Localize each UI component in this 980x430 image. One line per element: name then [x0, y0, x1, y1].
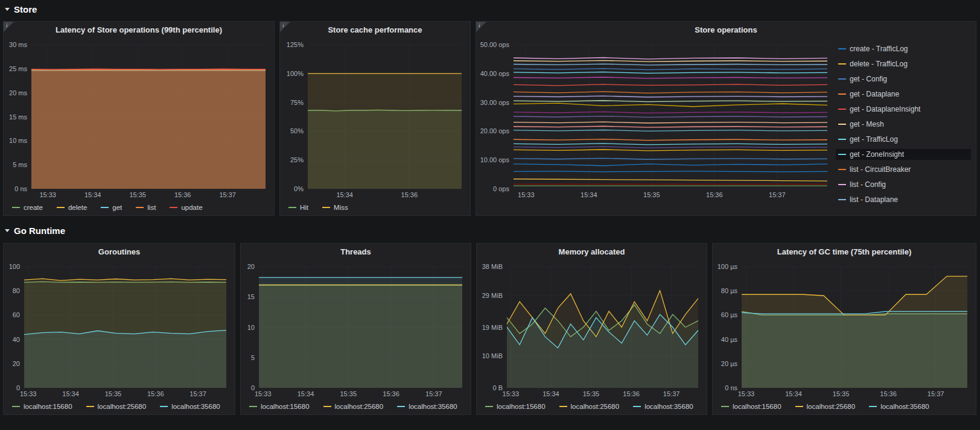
memory-allocated-chart[interactable]: 15:3315:3415:3515:3615:370 B10 MiB19 MiB…	[479, 261, 703, 399]
legend-item[interactable]: list - CircuitBreaker	[836, 164, 971, 175]
svg-text:80 µs: 80 µs	[721, 287, 738, 294]
svg-text:15:36: 15:36	[401, 191, 418, 198]
panel-title[interactable]: Goroutines	[4, 244, 235, 261]
series-color-dash	[160, 406, 168, 407]
svg-text:15:33: 15:33	[518, 191, 535, 198]
store-operations-legend: create - TrafficLogdelete - TrafficLogge…	[836, 43, 971, 208]
svg-text:15:37: 15:37	[189, 390, 206, 397]
panel-title[interactable]: Latency of GC time (75th percentile)	[713, 244, 976, 261]
legend-item[interactable]: Miss	[320, 202, 351, 213]
svg-text:40: 40	[13, 336, 20, 343]
svg-text:15:34: 15:34	[542, 390, 559, 397]
legend-item[interactable]: Hit	[286, 202, 311, 213]
legend-item-label: update	[181, 203, 202, 212]
legend-item[interactable]: list - Config	[836, 179, 971, 190]
legend-item[interactable]: get - DataplaneInsight	[836, 104, 971, 115]
legend-item[interactable]: get - Mesh	[836, 119, 971, 130]
legend-item-label: delete - TrafficLog	[850, 59, 908, 69]
legend-item[interactable]: get - Config	[836, 74, 971, 84]
svg-text:100: 100	[9, 263, 20, 270]
legend-item[interactable]: list - Dataplane	[836, 194, 971, 205]
svg-text:15:35: 15:35	[643, 191, 660, 198]
legend-item[interactable]: localhost:35680	[867, 401, 932, 412]
legend-item[interactable]: localhost:35680	[631, 401, 696, 412]
svg-text:0%: 0%	[294, 185, 304, 192]
legend-item-label: delete	[68, 203, 87, 212]
legend-item-label: localhost:25680	[335, 402, 384, 411]
gc-latency-chart[interactable]: 15:3315:3415:3515:3615:370 ns20 µs40 µs6…	[715, 261, 972, 399]
series-color-dash	[838, 139, 846, 140]
legend-item[interactable]: localhost:25680	[793, 401, 858, 412]
latency-store-operations-chart[interactable]: 15:3315:3415:3515:3615:370 ns5 ms10 ms15…	[6, 39, 270, 200]
series-color-dash	[838, 184, 846, 185]
panel-title[interactable]: Store operations	[476, 22, 976, 39]
svg-text:15:34: 15:34	[785, 390, 802, 397]
svg-text:38 MiB: 38 MiB	[482, 263, 503, 270]
panel-title[interactable]: Latency of Store operations (99th percen…	[4, 22, 274, 39]
svg-text:60 µs: 60 µs	[721, 311, 738, 318]
gc-latency-legend: localhost:15680localhost:25680localhost:…	[719, 400, 972, 413]
row-header-go-runtime[interactable]: Go Runtime	[5, 224, 65, 236]
svg-text:75%: 75%	[290, 99, 304, 106]
legend-item-label: localhost:25680	[807, 402, 856, 411]
series-color-dash	[101, 207, 109, 208]
svg-text:0 ns: 0 ns	[725, 384, 737, 391]
panel-title[interactable]: Threads	[241, 244, 471, 261]
legend-item[interactable]: create	[10, 202, 45, 213]
svg-text:15:34: 15:34	[298, 390, 314, 397]
threads-chart[interactable]: 15:3315:3415:3515:3615:3705101520	[243, 261, 467, 399]
goroutines-chart[interactable]: 15:3315:3415:3515:3615:37020406080100	[6, 261, 231, 399]
legend-item-label: localhost:15680	[733, 402, 781, 411]
svg-text:15:37: 15:37	[219, 191, 236, 198]
legend-item-label: get - TrafficLog	[850, 134, 898, 144]
series-color-dash	[485, 406, 493, 407]
svg-text:15:33: 15:33	[738, 390, 755, 397]
svg-text:30.00 ops: 30.00 ops	[480, 99, 510, 106]
legend-item[interactable]: delete - TrafficLog	[836, 58, 971, 69]
series-color-dash	[838, 48, 846, 49]
legend-item[interactable]: localhost:25680	[84, 401, 149, 412]
panel-latency-store-operations: i Latency of Store operations (99th perc…	[3, 21, 275, 216]
svg-text:10.00 ops: 10.00 ops	[480, 156, 510, 163]
legend-item[interactable]: localhost:25680	[321, 401, 386, 412]
legend-item[interactable]: localhost:15680	[719, 401, 784, 412]
legend-item-label: create - TrafficLog	[850, 44, 908, 54]
series-color-dash	[838, 154, 846, 155]
svg-text:80: 80	[13, 287, 20, 294]
legend-item[interactable]: get - TrafficLog	[836, 134, 971, 145]
row-title: Go Runtime	[14, 226, 65, 236]
legend-item[interactable]: update	[167, 202, 205, 213]
row-header-store[interactable]: Store	[5, 3, 37, 15]
svg-text:15:35: 15:35	[129, 191, 146, 198]
legend-item-label: get	[112, 203, 122, 212]
legend-item[interactable]: get - ZoneInsight	[836, 149, 971, 160]
panel-store-operations: i Store operations 15:3315:3415:3515:361…	[476, 21, 976, 216]
legend-item[interactable]: get	[98, 202, 124, 213]
store-cache-performance-chart[interactable]: 15:3415:360%25%50%75%100%125%	[282, 39, 466, 200]
series-color-dash	[322, 207, 330, 208]
svg-text:20 ms: 20 ms	[9, 89, 27, 96]
legend-item[interactable]: get - Dataplane	[836, 89, 971, 100]
legend-item[interactable]: localhost:15680	[483, 401, 548, 412]
legend-item[interactable]: localhost:15680	[247, 401, 312, 412]
svg-text:20 µs: 20 µs	[721, 360, 738, 367]
svg-text:15:33: 15:33	[255, 390, 272, 397]
legend-item[interactable]: delete	[54, 202, 89, 213]
panel-title[interactable]: Memory allocated	[477, 244, 707, 261]
legend-item[interactable]: localhost:35680	[395, 401, 460, 412]
legend-item[interactable]: localhost:25680	[557, 401, 622, 412]
svg-text:15:35: 15:35	[833, 390, 850, 397]
legend-item[interactable]: create - TrafficLog	[836, 43, 971, 54]
store-operations-chart[interactable]: 15:3315:3415:3515:3615:370 ops10.00 ops2…	[479, 39, 832, 200]
panel-title[interactable]: Store cache performance	[280, 22, 470, 39]
legend-item[interactable]: localhost:15680	[10, 401, 75, 412]
legend-item-label: get - ZoneInsight	[850, 150, 904, 159]
svg-text:0 ns: 0 ns	[14, 185, 27, 192]
series-color-dash	[838, 124, 846, 125]
series-color-dash	[57, 207, 65, 208]
legend-item[interactable]: list	[133, 202, 158, 213]
svg-text:20: 20	[247, 263, 255, 270]
legend-item-label: localhost:35680	[171, 402, 220, 411]
legend-item[interactable]: localhost:35680	[158, 401, 223, 412]
legend-item-label: get - Config	[850, 74, 887, 84]
